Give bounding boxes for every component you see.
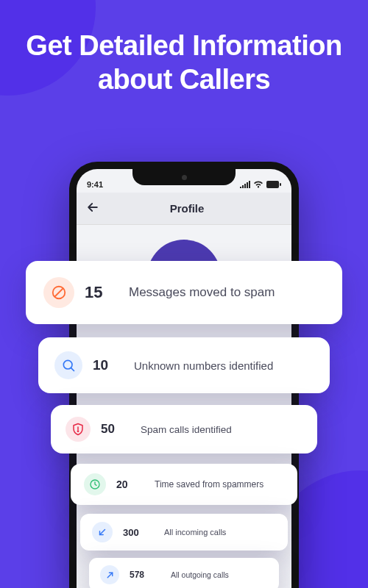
search-icon <box>61 358 76 373</box>
status-time: 9:41 <box>87 180 103 189</box>
svg-line-3 <box>55 289 63 297</box>
svg-rect-1 <box>280 183 281 186</box>
stat-value: 300 <box>123 527 154 538</box>
stat-card-spam-calls[interactable]: 50 Spam calls identified <box>51 405 317 453</box>
promo-headline: Get Detailed Information about Callers <box>0 0 368 96</box>
arrow-down-left-icon <box>97 527 107 537</box>
arrow-up-right-icon <box>105 570 115 580</box>
stat-label: All incoming calls <box>164 528 226 537</box>
stat-label: Time saved from spammers <box>155 479 263 490</box>
svg-rect-0 <box>266 181 279 188</box>
stat-cards-stack: 15 Messages moved to spam 10 Unknown num… <box>0 261 368 588</box>
svg-point-7 <box>77 431 78 431</box>
stat-card-unknown-identified[interactable]: 10 Unknown numbers identified <box>38 337 330 393</box>
block-icon <box>51 284 67 301</box>
svg-line-5 <box>71 368 74 370</box>
stat-card-incoming[interactable]: 300 All incoming calls <box>80 514 288 551</box>
stat-value: 578 <box>130 570 160 580</box>
wifi-icon <box>253 181 263 188</box>
stat-label: Unknown numbers identified <box>134 359 273 372</box>
svg-line-10 <box>107 573 113 578</box>
stat-value: 15 <box>85 283 118 302</box>
stat-value: 10 <box>93 357 124 373</box>
stat-card-outgoing[interactable]: 578 All outgoing calls <box>89 558 279 588</box>
stat-value: 20 <box>116 478 144 490</box>
clock-icon <box>89 478 101 490</box>
phone-notch <box>132 169 236 185</box>
stat-label: Messages moved to spam <box>129 285 275 300</box>
stat-label: Spam calls identified <box>141 424 232 435</box>
app-header: Profile <box>77 193 291 225</box>
stat-card-spam-messages[interactable]: 15 Messages moved to spam <box>26 261 342 324</box>
page-title: Profile <box>91 202 283 215</box>
battery-icon <box>266 181 281 188</box>
stat-value: 50 <box>101 422 130 437</box>
stat-card-time-saved[interactable]: 20 Time saved from spammers <box>71 464 297 505</box>
signal-icon <box>240 181 250 188</box>
shield-alert-icon <box>71 423 85 436</box>
stat-label: All outgoing calls <box>171 570 229 579</box>
svg-line-9 <box>100 530 105 535</box>
